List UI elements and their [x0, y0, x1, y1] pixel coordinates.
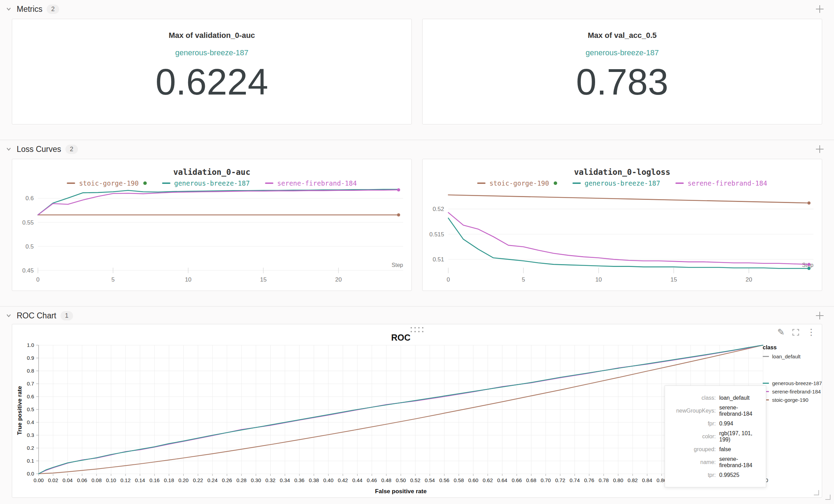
legend-line-swatch: [763, 383, 769, 384]
svg-text:0.70: 0.70: [540, 477, 551, 483]
svg-text:0.5: 0.5: [27, 406, 34, 412]
tooltip-label: color:: [671, 433, 716, 440]
svg-text:15: 15: [260, 276, 267, 283]
svg-text:0.1: 0.1: [27, 458, 34, 464]
tooltip-value: serene-firebrand-184: [719, 405, 760, 417]
metric-run-name[interactable]: generous-breeze-187: [423, 48, 822, 57]
legend-run-label: generous-breeze-187: [585, 179, 660, 187]
svg-text:0.68: 0.68: [526, 477, 536, 483]
svg-text:0.78: 0.78: [599, 477, 609, 483]
svg-text:0.84: 0.84: [642, 477, 652, 483]
svg-text:0.76: 0.76: [584, 477, 594, 483]
legend-class-label: loan_default: [772, 353, 801, 359]
svg-text:0.30: 0.30: [251, 477, 261, 483]
legend-run-label: stoic-gorge-190: [79, 179, 139, 187]
svg-text:0.18: 0.18: [164, 477, 174, 483]
kebab-menu-icon[interactable]: ⋮: [807, 327, 816, 337]
add-panel-button[interactable]: [814, 310, 826, 322]
legend-run-label: stoic-gorge-190: [772, 397, 808, 403]
svg-text:False positive rate: False positive rate: [375, 488, 426, 495]
svg-text:0.62: 0.62: [483, 477, 493, 483]
svg-text:0.40: 0.40: [323, 477, 334, 483]
metric-card: Max of validation_0-auc generous-breeze-…: [12, 19, 412, 124]
validation-0-logloss-chart[interactable]: 0.510.5150.5205101520Step: [423, 186, 822, 288]
svg-text:0.7: 0.7: [27, 381, 34, 387]
svg-text:0.12: 0.12: [120, 477, 130, 483]
svg-text:0.20: 0.20: [178, 477, 189, 483]
panel-count-badge: 2: [47, 5, 59, 14]
svg-text:1.0: 1.0: [27, 342, 34, 348]
panel-resize-handle[interactable]: [814, 490, 819, 495]
chart-title: validation_0-auc: [12, 168, 411, 177]
metric-run-name[interactable]: generous-breeze-187: [12, 48, 411, 57]
legend-item: serene-firebrand-184: [675, 179, 767, 187]
legend-run-label: stoic-gorge-190: [489, 179, 549, 187]
svg-text:0.58: 0.58: [454, 477, 464, 483]
add-panel-button[interactable]: [814, 3, 826, 15]
roc-legend: class loan_default generous-breeze-187 s…: [763, 344, 822, 405]
svg-text:0.46: 0.46: [367, 477, 377, 483]
edit-panel-icon[interactable]: ✎: [777, 327, 785, 337]
svg-text:5: 5: [111, 276, 114, 283]
svg-text:0.48: 0.48: [381, 477, 391, 483]
svg-text:0.66: 0.66: [512, 477, 522, 483]
svg-text:0.0: 0.0: [27, 471, 34, 477]
svg-text:10: 10: [595, 276, 602, 283]
svg-text:0.72: 0.72: [555, 477, 565, 483]
metric-title: Max of val_acc_0.5: [423, 31, 822, 40]
svg-text:0: 0: [447, 276, 450, 283]
svg-text:0.52: 0.52: [410, 477, 420, 483]
fullscreen-icon[interactable]: [792, 328, 800, 336]
svg-text:0.6: 0.6: [25, 195, 34, 202]
svg-text:0.80: 0.80: [613, 477, 623, 483]
svg-text:0.55: 0.55: [22, 219, 34, 226]
validation-0-auc-chart[interactable]: 0.450.50.550.605101520Step: [12, 186, 411, 288]
svg-text:0.06: 0.06: [77, 477, 87, 483]
metric-card: Max of val_acc_0.5 generous-breeze-187 0…: [422, 19, 822, 124]
panel-count-badge: 2: [65, 145, 78, 154]
section-title: Loss Curves: [17, 145, 61, 154]
line-chart-panel-validation-0-logloss: validation_0-logloss stoic-gorge-190 gen…: [422, 159, 822, 291]
svg-text:20: 20: [746, 276, 752, 283]
svg-text:0.50: 0.50: [396, 477, 406, 483]
legend-item: stoic-gorge-190: [477, 179, 557, 187]
legend-item: loan_default: [763, 353, 822, 359]
chevron-down-icon[interactable]: [5, 312, 13, 319]
metric-title: Max of validation_0-auc: [12, 31, 411, 40]
tooltip-label: name:: [671, 459, 716, 465]
svg-text:0.02: 0.02: [48, 477, 58, 483]
svg-text:0.56: 0.56: [439, 477, 449, 483]
legend-title: class: [763, 344, 822, 351]
legend-item: serene-firebrand-184: [265, 179, 357, 187]
svg-text:0.28: 0.28: [236, 477, 247, 483]
legend-line-swatch: [572, 182, 581, 184]
hover-tooltip: class:loan_default newGroupKeys:serene-f…: [665, 385, 766, 487]
drag-handle[interactable]: [411, 327, 424, 332]
legend-item: generous-breeze-187: [572, 179, 660, 187]
panel-count-badge: 1: [61, 311, 73, 320]
chevron-down-icon[interactable]: [5, 145, 13, 153]
section-title: Metrics: [17, 5, 42, 14]
svg-text:0.38: 0.38: [309, 477, 319, 483]
tooltip-label: class:: [671, 395, 716, 401]
metric-value: 0.783: [423, 61, 822, 103]
chart-legend: stoic-gorge-190 generous-breeze-187 sere…: [423, 179, 822, 187]
chevron-down-icon[interactable]: [5, 5, 13, 13]
svg-text:15: 15: [671, 276, 677, 283]
svg-text:20: 20: [335, 276, 342, 283]
svg-text:0.08: 0.08: [91, 477, 102, 483]
svg-text:0.22: 0.22: [193, 477, 203, 483]
tooltip-label: grouped:: [671, 446, 716, 453]
legend-run-label: serene-firebrand-184: [277, 179, 357, 187]
legend-line-swatch: [67, 182, 75, 184]
svg-text:0.10: 0.10: [106, 477, 116, 483]
svg-text:0.5: 0.5: [25, 243, 34, 250]
svg-text:0.9: 0.9: [27, 355, 34, 361]
legend-line-swatch: [675, 182, 684, 184]
svg-text:0.2: 0.2: [27, 445, 34, 451]
legend-item: stoic-gorge-190: [763, 397, 822, 403]
legend-item: stoic-gorge-190: [67, 179, 147, 187]
section-resize-handle[interactable]: [825, 495, 831, 500]
add-panel-button[interactable]: [814, 143, 826, 155]
svg-text:0.44: 0.44: [352, 477, 362, 483]
